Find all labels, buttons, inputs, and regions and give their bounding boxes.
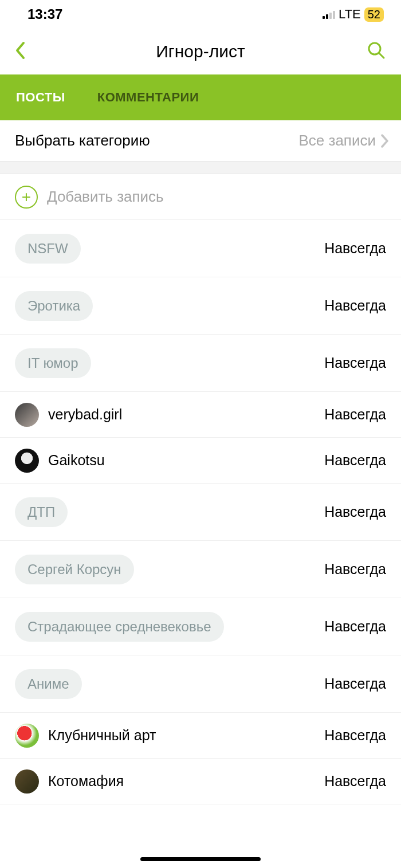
status-bar: 13:37 LTE 52 — [0, 0, 401, 29]
avatar — [15, 769, 39, 794]
tag-pill: IT юмор — [15, 348, 91, 378]
ignore-list: NSFWНавсегдаЭротикаНавсегдаIT юморНавсег… — [0, 220, 401, 804]
search-button[interactable] — [367, 41, 386, 62]
tab-posts[interactable]: ПОСТЫ — [0, 74, 81, 120]
list-item[interactable]: verybad.girlНавсегда — [0, 392, 401, 438]
user-name: verybad.girl — [48, 406, 122, 423]
duration-label: Навсегда — [324, 727, 386, 744]
list-item[interactable]: ЭротикаНавсегда — [0, 277, 401, 335]
duration-label: Навсегда — [324, 618, 386, 635]
category-label: Выбрать категорию — [15, 132, 150, 150]
category-selector[interactable]: Выбрать категорию Все записи — [0, 120, 401, 162]
user-name: Gaikotsu — [48, 452, 105, 469]
tag-pill: Аниме — [15, 669, 82, 699]
list-item[interactable]: ДТПНавсегда — [0, 484, 401, 541]
user-name: Котомафия — [48, 773, 124, 790]
list-item[interactable]: Страдающее средневековьеНавсегда — [0, 598, 401, 655]
plus-icon: + — [15, 186, 38, 209]
search-icon — [367, 41, 386, 60]
list-item[interactable]: NSFWНавсегда — [0, 220, 401, 277]
duration-label: Навсегда — [324, 504, 386, 520]
avatar — [15, 449, 39, 473]
status-right: LTE 52 — [323, 7, 384, 22]
status-time: 13:37 — [27, 6, 62, 22]
tab-bar: ПОСТЫ КОММЕНТАРИИ — [0, 74, 401, 120]
duration-label: Навсегда — [324, 355, 386, 371]
home-indicator — [140, 857, 261, 861]
signal-icon — [323, 10, 335, 19]
list-item[interactable]: GaikotsuНавсегда — [0, 438, 401, 484]
category-value: Все записи — [298, 132, 376, 150]
user-name: Клубничный арт — [48, 727, 156, 744]
tag-pill: Сергей Корсун — [15, 555, 134, 584]
back-button[interactable] — [15, 41, 26, 62]
list-item[interactable]: IT юморНавсегда — [0, 335, 401, 392]
battery-badge: 52 — [364, 7, 384, 22]
section-gap — [0, 162, 401, 174]
duration-label: Навсегда — [324, 452, 386, 469]
tag-pill: Эротика — [15, 291, 93, 321]
tag-pill: Страдающее средневековье — [15, 612, 224, 642]
chevron-left-icon — [15, 41, 26, 60]
chevron-right-icon — [380, 133, 390, 148]
avatar — [15, 724, 39, 748]
svg-line-1 — [379, 53, 384, 58]
add-entry-label: Добавить запись — [47, 188, 164, 206]
network-label: LTE — [339, 7, 361, 22]
list-item[interactable]: КотомафияНавсегда — [0, 759, 401, 804]
list-item[interactable]: Клубничный артНавсегда — [0, 713, 401, 759]
duration-label: Навсегда — [324, 240, 386, 257]
duration-label: Навсегда — [324, 297, 386, 314]
nav-bar: Игнор-лист — [0, 29, 401, 74]
avatar — [15, 403, 39, 427]
duration-label: Навсегда — [324, 406, 386, 423]
duration-label: Навсегда — [324, 773, 386, 790]
duration-label: Навсегда — [324, 675, 386, 692]
duration-label: Навсегда — [324, 561, 386, 578]
add-entry-button[interactable]: + Добавить запись — [0, 174, 401, 220]
page-title: Игнор-лист — [156, 42, 245, 61]
tag-pill: ДТП — [15, 497, 68, 527]
list-item[interactable]: Сергей КорсунНавсегда — [0, 541, 401, 598]
tab-comments[interactable]: КОММЕНТАРИИ — [81, 74, 215, 120]
tag-pill: NSFW — [15, 234, 81, 264]
list-item[interactable]: АнимеНавсегда — [0, 655, 401, 713]
